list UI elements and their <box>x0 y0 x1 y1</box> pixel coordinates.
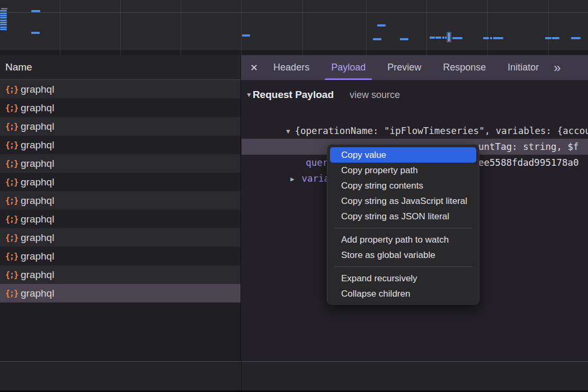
devtools-network-panel: Name ✕ HeadersPayloadPreviewResponseInit… <box>0 0 588 392</box>
timeline-bar <box>552 37 559 39</box>
name-column-header[interactable]: Name <box>0 55 241 80</box>
request-row[interactable]: {;}graphql <box>0 173 240 191</box>
timeline-bar <box>0 24 7 25</box>
json-icon: {;} <box>5 252 20 261</box>
timeline-bar <box>442 37 444 39</box>
timeline-gridline <box>302 0 303 55</box>
json-icon: {;} <box>5 159 20 168</box>
menu-item-collapse-children[interactable]: Collapse children <box>330 286 476 301</box>
timeline-bar <box>483 37 489 39</box>
request-row[interactable]: {;}graphql <box>0 117 240 136</box>
property-value-continued: ee5588fdad995178a0 <box>478 155 579 171</box>
json-icon: {;} <box>5 196 20 206</box>
timeline-gridline <box>60 0 60 55</box>
menu-separator <box>334 266 473 267</box>
property-value-continued: untTag: string, $f <box>478 139 579 155</box>
timeline-bar <box>1 8 7 10</box>
payload-row-operation-name[interactable]: operationName: "ipFlowTimeseries" <box>242 123 588 139</box>
timeline-marker-bar <box>448 33 450 41</box>
section-title: Request Payload <box>253 87 334 103</box>
request-name: graphql <box>21 288 54 299</box>
request-name: graphql <box>21 176 54 188</box>
request-row[interactable]: {;}graphql <box>0 247 240 265</box>
json-icon: {;} <box>5 270 20 280</box>
request-row[interactable]: {;}graphql <box>0 265 240 284</box>
close-detail-button[interactable]: ✕ <box>250 62 258 74</box>
json-icon: {;} <box>5 289 20 298</box>
tab-payload[interactable]: Payload <box>325 55 372 80</box>
collapse-triangle-icon[interactable]: ▼ <box>246 87 252 103</box>
menu-item-copy-string-as-javascript-literal[interactable]: Copy string as JavaScript literal <box>330 193 476 209</box>
request-row[interactable]: {;}graphql <box>0 99 240 117</box>
request-row[interactable]: {;}graphql <box>0 154 240 173</box>
json-icon: {;} <box>5 103 20 113</box>
menu-item-copy-property-path[interactable]: Copy property path <box>330 163 476 178</box>
request-name: graphql <box>21 195 54 207</box>
timeline-bar <box>0 17 7 19</box>
tab-initiator[interactable]: Initiator <box>501 55 545 80</box>
request-name: graphql <box>21 251 54 262</box>
json-icon: {;} <box>5 177 20 187</box>
request-name: graphql <box>21 139 54 151</box>
request-name: graphql <box>21 269 54 281</box>
timeline-bar <box>435 37 441 39</box>
menu-item-copy-string-contents[interactable]: Copy string contents <box>330 178 476 193</box>
request-row[interactable]: {;}graphql <box>0 136 240 154</box>
context-menu: Copy valueCopy property pathCopy string … <box>327 144 479 305</box>
tab-response[interactable]: Response <box>436 55 492 80</box>
request-row[interactable]: {;}graphql <box>0 228 240 247</box>
name-header-label: Name <box>5 61 32 73</box>
timeline-bar <box>490 37 492 39</box>
json-icon: {;} <box>5 233 20 243</box>
request-payload-section: ▼Request Payload view source <box>242 87 588 103</box>
request-row[interactable]: {;}graphql <box>0 210 240 228</box>
timeline-bar <box>0 29 7 30</box>
timeline-bar <box>0 26 7 28</box>
timeline-bar <box>377 24 386 26</box>
overview-lane-divider <box>0 12 588 13</box>
summary-footer <box>0 361 588 390</box>
request-name: graphql <box>21 213 54 225</box>
request-name: graphql <box>21 121 54 132</box>
json-icon: {;} <box>5 85 20 94</box>
timeline-gridline <box>487 0 488 55</box>
menu-item-add-property-path-to-watch[interactable]: Add property path to watch <box>330 232 476 247</box>
timeline-bar <box>31 10 40 12</box>
timeline-bar <box>545 37 551 39</box>
request-list: {;}graphql{;}graphql{;}graphql{;}graphql… <box>0 80 241 361</box>
tab-preview[interactable]: Preview <box>381 55 427 80</box>
tab-headers[interactable]: Headers <box>267 55 316 80</box>
more-tabs-icon[interactable]: » <box>554 56 560 79</box>
request-row[interactable]: {;}graphql <box>0 191 240 210</box>
timeline-gridline <box>181 0 181 55</box>
request-row[interactable]: {;}graphql <box>0 284 240 302</box>
timeline-bar <box>242 34 250 37</box>
overview-bottom-band <box>0 50 588 55</box>
timeline-bar <box>0 15 7 16</box>
network-overview[interactable] <box>0 0 588 55</box>
menu-item-store-as-global-variable[interactable]: Store as global variable <box>330 247 476 263</box>
menu-item-copy-value[interactable]: Copy value <box>330 147 476 163</box>
timeline-bar <box>430 37 435 39</box>
timeline-bar <box>0 10 7 12</box>
expand-triangle-icon[interactable]: ▶ <box>290 175 294 183</box>
request-name: graphql <box>21 232 54 244</box>
json-icon: {;} <box>5 215 20 224</box>
timeline-bar <box>0 13 7 14</box>
payload-preview-row[interactable]: ▼{operationName: "ipFlowTimeseries", var… <box>242 107 588 123</box>
timeline-bar <box>571 37 581 39</box>
json-icon: {;} <box>5 122 20 131</box>
json-icon: {;} <box>5 140 20 150</box>
timeline-bar <box>0 20 7 21</box>
request-row[interactable]: {;}graphql <box>0 80 240 99</box>
timeline-bar <box>31 32 40 34</box>
menu-separator <box>334 228 473 228</box>
menu-item-copy-string-as-json-literal[interactable]: Copy string as JSON literal <box>330 209 476 224</box>
timeline-gridline <box>426 0 427 55</box>
menu-item-expand-recursively[interactable]: Expand recursively <box>330 271 476 286</box>
detail-tabbar: ✕ HeadersPayloadPreviewResponseInitiator… <box>241 55 588 80</box>
panel-divider <box>241 361 242 390</box>
timeline-gridline <box>241 0 242 55</box>
timeline-bar <box>400 38 408 40</box>
view-source-link[interactable]: view source <box>350 87 400 103</box>
